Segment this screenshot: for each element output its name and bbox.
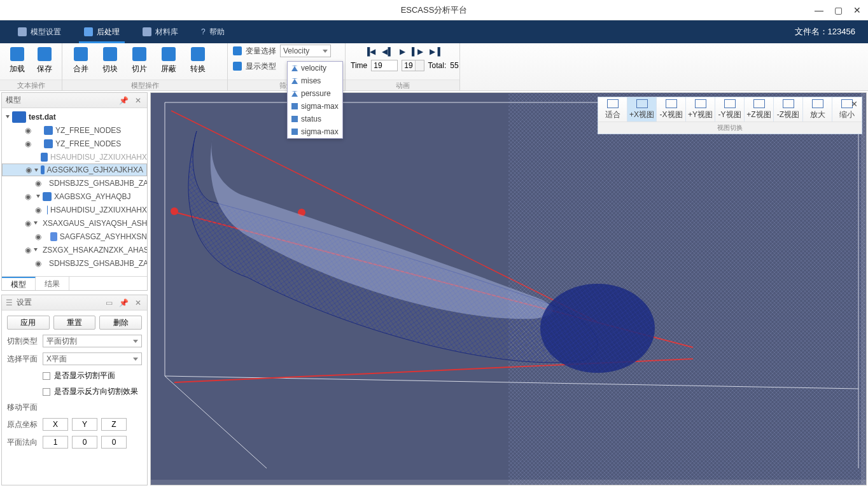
tree-row[interactable]: ◉SDHSBJZS_GHSABJHB_ZAHU xyxy=(2,256,147,270)
view-button-0[interactable]: 适合 xyxy=(598,97,627,122)
origin-y-input[interactable] xyxy=(72,418,97,431)
scrollbar-horizontal[interactable] xyxy=(151,480,866,485)
origin-x-input[interactable] xyxy=(43,418,68,431)
menu-help[interactable]: ? 帮助 xyxy=(190,20,236,43)
menu-postprocess[interactable]: 后处理 xyxy=(73,20,131,43)
tab-model[interactable]: 模型 xyxy=(2,277,36,290)
undock-icon[interactable]: ▭ xyxy=(104,298,115,307)
load-button[interactable]: 加载 xyxy=(4,46,31,80)
plane-select[interactable]: X平面 xyxy=(43,352,142,365)
model-panel: 模型 📌 ✕ test.dat ◉YZ_FREE_NODES◉YZ_FREE_N… xyxy=(1,92,148,291)
visibility-icon[interactable]: ◉ xyxy=(25,219,31,228)
visibility-icon[interactable]: ◉ xyxy=(25,192,34,201)
option-velocity[interactable]: velocity xyxy=(288,62,342,74)
save-icon xyxy=(38,47,52,61)
view-button-2[interactable]: -X视图 xyxy=(657,97,686,122)
tree-row[interactable]: ◉XAGBSXG_AYHAQBJ xyxy=(2,190,147,203)
normal-x-input[interactable] xyxy=(43,436,68,449)
view-button-label: 适合 xyxy=(605,109,620,120)
tree-row[interactable]: ◉ZSXGX_HSAKAZNZXK_AHASX xyxy=(2,243,147,256)
view-button-7[interactable]: 放大 xyxy=(803,97,832,122)
model-tree[interactable]: test.dat ◉YZ_FREE_NODES◉YZ_FREE_NODESHSA… xyxy=(2,108,147,276)
save-button[interactable]: 保存 xyxy=(31,46,59,80)
maximize-icon[interactable]: ▢ xyxy=(832,4,844,16)
last-frame-icon[interactable]: ▶▐ xyxy=(430,47,441,56)
visibility-icon[interactable]: ◉ xyxy=(25,165,32,174)
visibility-icon[interactable]: ◉ xyxy=(35,206,41,214)
tree-row[interactable]: ◉SAGFASGZ_ASYHHXSN xyxy=(2,230,147,243)
menu-model-settings[interactable]: 模型设置 xyxy=(6,20,73,43)
show-cut-plane-checkbox[interactable] xyxy=(43,372,50,380)
scrollbar-vertical[interactable] xyxy=(861,93,866,485)
reset-button[interactable]: 重置 xyxy=(53,316,96,330)
cube-view-icon xyxy=(636,99,648,108)
merge-icon xyxy=(74,47,88,61)
view-button-label: 缩小 xyxy=(839,109,855,120)
tab-result[interactable]: 结果 xyxy=(36,277,69,290)
view-button-4[interactable]: -Y视图 xyxy=(715,97,745,122)
tree-row[interactable]: ◉HSAUHDISU_JZXIUXHAHX xyxy=(2,203,147,216)
prev-frame-icon[interactable]: ◀▌ xyxy=(382,47,393,56)
normal-y-input[interactable] xyxy=(72,436,97,449)
pin-icon[interactable]: 📌 xyxy=(117,298,130,307)
tree-row[interactable]: ◉YZ_FREE_NODES xyxy=(2,123,147,137)
caret-icon[interactable] xyxy=(36,195,40,198)
next-frame-icon[interactable]: ▌▶ xyxy=(412,47,423,56)
visibility-icon[interactable]: ◉ xyxy=(35,259,41,268)
cut-type-select[interactable]: 平面切割 xyxy=(43,335,142,347)
app-title: ESCASS分析平台 xyxy=(401,4,468,16)
time-input-a[interactable] xyxy=(371,60,398,71)
time-spinner[interactable]: 19 xyxy=(402,60,424,71)
first-frame-icon[interactable]: ▐◀ xyxy=(365,47,376,56)
mask-icon xyxy=(162,47,176,61)
slice-button[interactable]: 切片 xyxy=(125,46,154,80)
view-button-5[interactable]: +Z视图 xyxy=(745,97,774,122)
visibility-icon[interactable]: ◉ xyxy=(35,179,41,188)
tree-label: XSAXGAUS_AISYAQSH_ASHX xyxy=(43,219,147,228)
tree-row[interactable]: HSAUHDISU_JZXIUXHAHX xyxy=(2,150,147,164)
close-icon[interactable]: ✕ xyxy=(133,298,143,307)
close-icon[interactable]: ✕ xyxy=(851,99,858,109)
caret-icon[interactable] xyxy=(34,248,38,251)
visibility-icon[interactable]: ◉ xyxy=(25,126,34,135)
dice-button[interactable]: 切块 xyxy=(95,46,125,80)
apply-button[interactable]: 应用 xyxy=(7,316,50,330)
viewport-3d[interactable]: 蓝蓝设计 www.lanlanwork.com xyxy=(150,92,867,485)
caret-icon[interactable] xyxy=(34,221,38,225)
tree-row[interactable]: ◉SDHSBJZS_GHSABJHB_ZAHU xyxy=(2,176,147,190)
caret-icon[interactable] xyxy=(34,169,38,172)
mask-button[interactable]: 屏蔽 xyxy=(154,46,183,80)
tree-row[interactable]: ◉XSAXGAUS_AISYAQSH_ASHX xyxy=(2,216,147,230)
play-icon[interactable]: ▶ xyxy=(400,47,405,56)
close-icon[interactable]: ✕ xyxy=(851,4,863,16)
tree-root[interactable]: test.dat xyxy=(2,110,147,123)
convert-button[interactable]: 转换 xyxy=(183,46,213,80)
menu-materials[interactable]: 材料库 xyxy=(131,20,190,43)
visibility-icon[interactable]: ◉ xyxy=(25,139,34,148)
spinner-up-icon[interactable] xyxy=(416,60,424,66)
view-button-6[interactable]: -Z视图 xyxy=(774,97,803,122)
option-status[interactable]: status xyxy=(288,113,342,125)
merge-button[interactable]: 合并 xyxy=(66,46,95,80)
minimize-icon[interactable]: — xyxy=(813,4,825,16)
view-button-1[interactable]: +X视图 xyxy=(627,97,657,122)
visibility-icon[interactable]: ◉ xyxy=(35,232,41,241)
pin-icon[interactable]: 📌 xyxy=(117,96,130,105)
visibility-icon[interactable]: ◉ xyxy=(25,246,31,254)
tree-row[interactable]: ◉YZ_FREE_NODES xyxy=(2,137,147,150)
tree-label: XAGBSXG_AYHAQBJ xyxy=(54,192,131,201)
view-button-3[interactable]: +Y视图 xyxy=(686,97,715,122)
delete-button[interactable]: 删除 xyxy=(99,316,142,330)
spinner-down-icon[interactable] xyxy=(416,66,424,71)
variable-dropdown[interactable]: Velocity xyxy=(280,45,331,57)
origin-z-input[interactable] xyxy=(101,418,127,431)
option-mises[interactable]: mises xyxy=(288,74,342,87)
show-reverse-checkbox[interactable] xyxy=(43,388,50,396)
option-sigma-max[interactable]: sigma-max xyxy=(288,100,342,113)
option-sigma-max-2[interactable]: sigma-max xyxy=(288,125,342,138)
close-icon[interactable]: ✕ xyxy=(133,96,143,105)
caret-icon[interactable] xyxy=(6,115,10,118)
option-pressure[interactable]: perssure xyxy=(288,87,342,100)
tree-row[interactable]: ◉AGSGKJKG_GJHXAJKHXA xyxy=(2,164,147,176)
normal-z-input[interactable] xyxy=(101,436,127,449)
